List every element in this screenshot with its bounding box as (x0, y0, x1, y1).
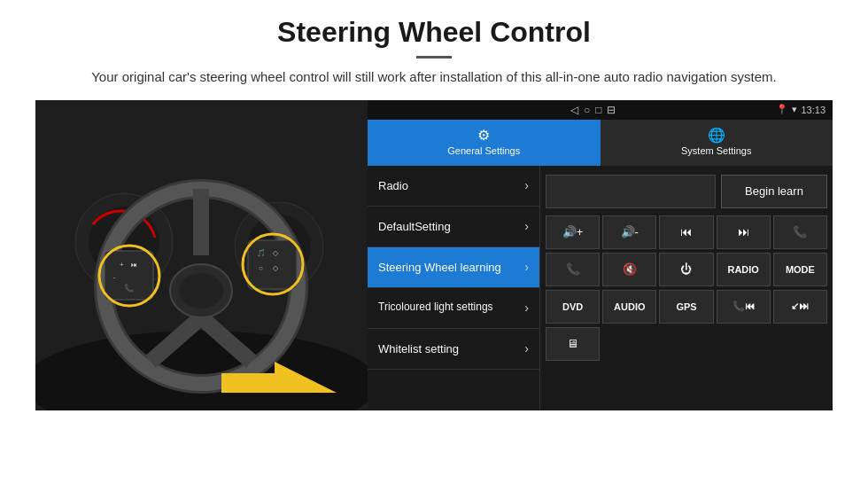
header-section: Steering Wheel Control Your original car… (35, 16, 833, 88)
nav-icons: ◁ ○ □ ⊟ (375, 104, 776, 116)
location-icon: 📍 (776, 104, 788, 115)
audio-button[interactable]: AUDIO (602, 290, 656, 324)
recents-nav-icon[interactable]: □ (595, 104, 601, 116)
call-answer-icon: 📞 (793, 225, 807, 238)
mode-button[interactable]: MODE (773, 253, 827, 286)
menu-whitelist-label: Whitelist setting (378, 342, 459, 355)
vol-down-button[interactable]: 🔊- (602, 215, 656, 249)
content-area: + ⏭ - 📞 🎵 ◇ ○ ◇ (35, 100, 833, 410)
dvd-button[interactable]: DVD (546, 290, 600, 324)
svg-text:⏭: ⏭ (131, 262, 137, 268)
control-grid-row2: 📞 🔇 ⏻ RADIO MODE (546, 253, 827, 286)
menu-item-whitelist[interactable]: Whitelist setting › (368, 329, 539, 370)
back-nav-icon[interactable]: ◁ (570, 104, 578, 116)
radio-mode-button[interactable]: RADIO (717, 253, 771, 286)
menu-tricoloured-chevron: › (524, 301, 529, 315)
svg-text:+: + (120, 261, 124, 269)
steering-wheel-image: + ⏭ - 📞 🎵 ◇ ○ ◇ (35, 100, 368, 410)
tab-general-label: General Settings (447, 145, 520, 156)
power-icon: ⏻ (680, 262, 692, 276)
android-main: Radio › DefaultSetting › Steering Wheel … (368, 166, 833, 410)
status-bar: ◁ ○ □ ⊟ 📍 ▾ 13:13 (368, 100, 833, 120)
tab-system-settings[interactable]: 🌐 System Settings (601, 120, 833, 166)
menu-radio-label: Radio (378, 179, 408, 192)
right-panel: Begin learn 🔊+ 🔊- ⏮ (540, 166, 833, 410)
svg-rect-26 (221, 373, 279, 393)
subtitle-text: Your original car's steering wheel contr… (71, 67, 797, 88)
next-track-icon: ⏭ (738, 225, 749, 238)
svg-text:◇: ◇ (273, 264, 279, 272)
menu-item-tricoloured[interactable]: Tricoloured light settings › (368, 288, 539, 329)
next-track-button[interactable]: ⏭ (717, 215, 771, 249)
menu-item-radio[interactable]: Radio › (368, 166, 539, 207)
call-prev-button[interactable]: 📞⏮ (717, 290, 771, 324)
menu-item-steering[interactable]: Steering Wheel learning › (368, 247, 539, 288)
menu-default-chevron: › (524, 219, 529, 233)
title-divider (416, 56, 452, 59)
call-end-icon: 📞 (566, 262, 580, 276)
svg-text:🎵: 🎵 (257, 248, 266, 257)
dvd-label: DVD (562, 301, 583, 312)
mode-label: MODE (786, 264, 815, 275)
tab-system-label: System Settings (681, 145, 751, 156)
radio-input-box (546, 175, 716, 208)
menu-steering-chevron: › (524, 260, 529, 274)
call-next-icon: ↙⏭ (791, 301, 809, 312)
screen-icon: 🖥 (567, 337, 578, 350)
power-button[interactable]: ⏻ (659, 253, 713, 286)
page-title: Steering Wheel Control (35, 16, 833, 49)
svg-point-12 (179, 273, 223, 309)
call-answer-button[interactable]: 📞 (773, 215, 827, 249)
svg-text:○: ○ (259, 264, 263, 272)
menu-whitelist-chevron: › (524, 341, 529, 355)
wifi-icon: ▾ (792, 104, 797, 115)
radio-control-row: Begin learn (546, 171, 827, 212)
gps-label: GPS (676, 301, 696, 312)
control-grid-row1: 🔊+ 🔊- ⏮ ⏭ 📞 (546, 215, 827, 249)
general-settings-icon: ⚙ (477, 127, 490, 144)
menu-radio-chevron: › (524, 178, 529, 192)
menu-list: Radio › DefaultSetting › Steering Wheel … (368, 166, 540, 410)
radio-mode-label: RADIO (727, 264, 758, 275)
screen-icon-button[interactable]: 🖥 (546, 327, 600, 361)
svg-text:📞: 📞 (124, 283, 135, 293)
system-settings-icon: 🌐 (708, 127, 725, 144)
svg-text:◇: ◇ (273, 249, 279, 257)
home-nav-icon[interactable]: ○ (584, 104, 590, 116)
vol-up-icon: 🔊+ (562, 225, 584, 238)
vol-down-icon: 🔊- (621, 225, 639, 238)
bottom-btn-row: DVD AUDIO GPS 📞⏮ ↙⏭ (546, 290, 827, 324)
menu-item-default[interactable]: DefaultSetting › (368, 207, 539, 247)
menu-nav-icon[interactable]: ⊟ (607, 104, 616, 116)
android-ui: ◁ ○ □ ⊟ 📍 ▾ 13:13 ⚙ General Settings (368, 100, 833, 410)
time-display: 13:13 (801, 105, 825, 115)
menu-default-label: DefaultSetting (378, 220, 451, 233)
call-next-button[interactable]: ↙⏭ (773, 290, 827, 324)
page-wrapper: Steering Wheel Control Your original car… (0, 0, 868, 419)
audio-label: AUDIO (614, 301, 645, 312)
tabs-row: ⚙ General Settings 🌐 System Settings (368, 120, 833, 166)
menu-tricoloured-label: Tricoloured light settings (378, 301, 493, 315)
gps-button[interactable]: GPS (659, 290, 713, 324)
mute-icon: 🔇 (623, 262, 637, 276)
call-prev-icon: 📞⏮ (732, 301, 755, 312)
mute-button[interactable]: 🔇 (602, 253, 656, 286)
last-icon-row: 🖥 (546, 327, 827, 361)
status-bar-right: 📍 ▾ 13:13 (776, 104, 825, 115)
begin-learn-button[interactable]: Begin learn (721, 175, 827, 208)
vol-up-button[interactable]: 🔊+ (546, 215, 600, 249)
call-end-button[interactable]: 📞 (546, 253, 600, 286)
prev-track-button[interactable]: ⏮ (659, 215, 713, 249)
tab-general-settings[interactable]: ⚙ General Settings (368, 120, 601, 166)
menu-steering-label: Steering Wheel learning (378, 261, 501, 274)
prev-track-icon: ⏮ (680, 225, 692, 238)
